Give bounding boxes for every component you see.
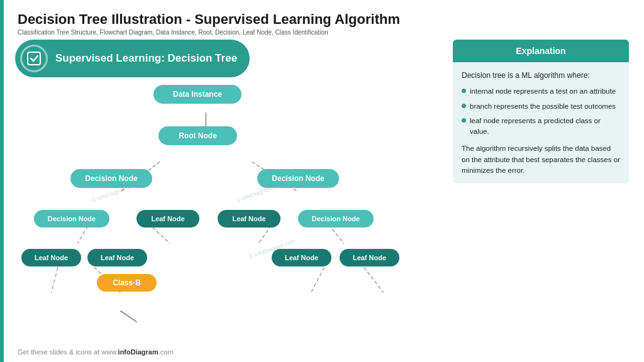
bullet-text-1: internal node represents a test on an at…: [470, 86, 616, 97]
bullet-dot-3: [462, 118, 466, 123]
page-subtitle: Classification Tree Structure, Flowchart…: [18, 29, 629, 36]
leaf-node-lr: Leaf Node: [136, 210, 199, 228]
data-instance-node: Data Instance: [153, 85, 242, 104]
explanation-header: Explanation: [453, 40, 629, 62]
svg-line-10: [311, 268, 325, 293]
explanation-section: Explanation Decision tree is a ML algori…: [453, 40, 629, 344]
leaf-node-lll: Leaf Node: [21, 249, 81, 266]
svg-line-8: [52, 268, 58, 293]
diagram-section: Supervised Learning: Decision Tree: [15, 40, 443, 344]
footer-text: Get these slides & icons at www.infoDiag…: [18, 348, 174, 356]
section-title-bar: Supervised Learning: Decision Tree: [15, 40, 250, 77]
leaf-node-llr: Leaf Node: [87, 249, 147, 266]
decision-node-right: Decision Node: [257, 169, 339, 188]
page-title: Decision Tree Illustration - Supervised …: [18, 11, 629, 28]
explanation-body: Decision tree is a ML algorithm where: i…: [453, 62, 629, 184]
svg-rect-0: [28, 52, 40, 65]
decision-node-ll: Decision Node: [34, 210, 109, 228]
accent-bar: [0, 0, 4, 362]
footer: Get these slides & icons at www.infoDiag…: [18, 348, 629, 356]
bullet-dot-1: [462, 89, 466, 93]
leaf-node-rl: Leaf Node: [218, 210, 280, 228]
bullet-dot-2: [462, 104, 466, 108]
root-node: Root Node: [158, 126, 237, 145]
svg-line-11: [364, 268, 383, 293]
page: Decision Tree Illustration - Supervised …: [0, 0, 644, 362]
header: Decision Tree Illustration - Supervised …: [18, 11, 629, 36]
decision-node-rr: Decision Node: [298, 210, 374, 228]
section-icon: [20, 45, 48, 72]
content-area: Supervised Learning: Decision Tree: [15, 40, 629, 344]
bullet-text-2: branch represents the possible test outc…: [470, 101, 616, 112]
class-b-node: Class-B: [97, 274, 157, 292]
explanation-conclusion: The algorithm recursively splits the dat…: [462, 143, 620, 176]
svg-line-12: [120, 311, 136, 322]
explanation-intro: Decision tree is a ML algorithm where:: [462, 70, 620, 81]
bullet-item-2: branch represents the possible test outc…: [462, 101, 620, 112]
bullet-item-1: internal node represents a test on an at…: [462, 86, 620, 97]
bullet-item-3: leaf node represents a predicted class o…: [462, 116, 620, 138]
section-title-text: Supervised Learning: Decision Tree: [55, 52, 237, 65]
tree-area: © InfoDiagram.com © InfoDiagram.com © In…: [15, 82, 443, 344]
leaf-node-rrr: Leaf Node: [340, 249, 399, 266]
explanation-bullets-list: internal node represents a test on an at…: [462, 86, 620, 137]
decision-node-left: Decision Node: [70, 169, 152, 188]
bullet-text-3: leaf node represents a predicted class o…: [470, 116, 620, 138]
leaf-node-rrl: Leaf Node: [272, 249, 331, 266]
footer-brand: infoDiagram: [118, 348, 158, 356]
